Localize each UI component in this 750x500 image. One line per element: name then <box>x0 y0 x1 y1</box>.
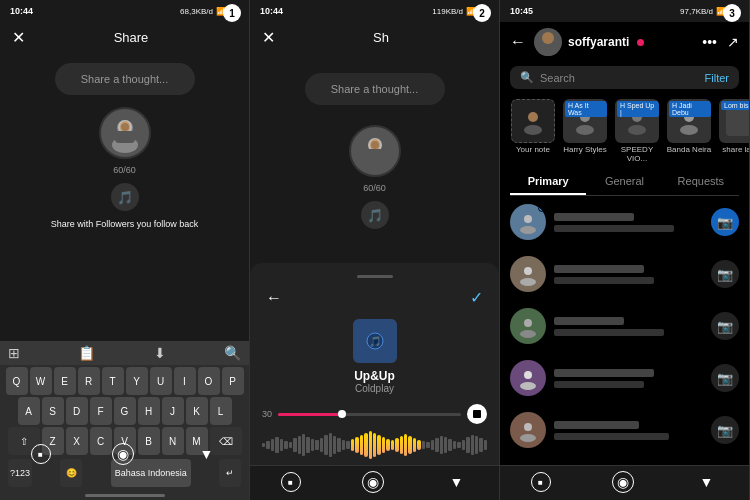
svg-point-32 <box>520 382 536 390</box>
key-p[interactable]: P <box>222 367 244 395</box>
dm-item-3[interactable]: 📷 <box>500 352 749 404</box>
panel-2: 10:44 119KB/d 📶 🔋 2 ✕ Sh Share a thought… <box>250 0 500 500</box>
waveform-bar-11 <box>311 439 314 451</box>
stories-row: Your note H As It Was Harry Styles H Spe… <box>500 93 749 169</box>
nav-stop-1[interactable]: ■ <box>31 444 51 464</box>
stop-button[interactable] <box>467 404 487 424</box>
confirm-btn[interactable]: ✓ <box>470 288 483 307</box>
nav-triangle-1[interactable]: ▼ <box>195 442 219 466</box>
waveform-bar-4 <box>280 439 283 451</box>
panel-1: 10:44 68,3KB/d 📶 🔋 1 ✕ Share Share a tho… <box>0 0 250 500</box>
story-item-1[interactable]: H As It Was Harry Styles <box>562 99 608 163</box>
key-g[interactable]: G <box>114 397 136 425</box>
key-i[interactable]: I <box>174 367 196 395</box>
kb-emoji-icon[interactable]: ⊞ <box>8 345 20 361</box>
nav-triangle-2[interactable]: ▼ <box>445 470 469 494</box>
dm-preview-0 <box>554 225 674 232</box>
waveform-bar-35 <box>417 440 420 450</box>
key-f[interactable]: F <box>90 397 112 425</box>
close-button-1[interactable]: ✕ <box>12 28 25 47</box>
waveform-bar-36 <box>422 441 425 449</box>
profile-name: soffyaranti <box>568 35 629 49</box>
tab-primary[interactable]: Primary <box>510 169 586 195</box>
music-picker-header: ← ✓ <box>262 288 487 307</box>
nav-bar-3: ■ ◉ ▼ <box>500 465 749 500</box>
dm-camera-2[interactable]: 📷 <box>711 312 739 340</box>
status-bar-3: 10:45 97,7KB/d 📶 🔋 <box>500 0 749 22</box>
status-time-2: 10:44 <box>260 6 283 16</box>
key-q[interactable]: Q <box>6 367 28 395</box>
music-note-1[interactable]: 🎵 <box>111 183 139 211</box>
dm-camera-4[interactable]: 📷 <box>711 416 739 444</box>
key-o[interactable]: O <box>198 367 220 395</box>
key-k[interactable]: K <box>186 397 208 425</box>
header-actions: ••• ↗ <box>702 34 739 50</box>
thought-bubble-2[interactable]: Share a thought... <box>305 73 445 105</box>
story-item-3[interactable]: H Jadi Debu Banda Neira <box>666 99 712 163</box>
waveform-bar-5 <box>284 441 287 449</box>
key-a[interactable]: A <box>18 397 40 425</box>
key-w[interactable]: W <box>30 367 52 395</box>
dm-item-1[interactable]: 📷 <box>500 248 749 300</box>
dm-camera-0[interactable]: 📷 <box>711 208 739 236</box>
kb-download-icon[interactable]: ⬇ <box>154 345 166 361</box>
back-button-3[interactable]: ← <box>510 33 526 51</box>
dm-camera-1[interactable]: 📷 <box>711 260 739 288</box>
svg-point-27 <box>524 267 532 275</box>
dm-item-4[interactable]: 📷 <box>500 404 749 456</box>
panel2-header: ✕ Sh <box>250 22 499 53</box>
story-thumb-3: H Jadi Debu <box>667 99 711 143</box>
waveform-bar-8 <box>298 436 301 454</box>
close-button-2[interactable]: ✕ <box>262 28 275 47</box>
waveform-bar-1 <box>266 441 269 449</box>
tab-general[interactable]: General <box>586 169 662 195</box>
more-options-btn[interactable]: ••• <box>702 34 717 50</box>
nav-camera-2[interactable]: ◉ <box>362 471 384 493</box>
waveform-bar-3 <box>275 437 278 453</box>
nav-camera-3[interactable]: ◉ <box>612 471 634 493</box>
tab-requests[interactable]: Requests <box>663 169 739 195</box>
waveform-bar-13 <box>320 438 323 452</box>
nav-stop-3[interactable]: ■ <box>531 472 551 492</box>
nav-triangle-3[interactable]: ▼ <box>695 470 719 494</box>
key-r[interactable]: R <box>78 367 100 395</box>
filter-button[interactable]: Filter <box>705 72 729 84</box>
kb-search-icon[interactable]: 🔍 <box>224 345 241 361</box>
story-badge-1: H As It Was <box>565 101 607 117</box>
progress-time: 30 <box>262 409 272 419</box>
thought-bubble-1[interactable]: Share a thought... <box>55 63 195 95</box>
waveform[interactable] <box>262 430 487 460</box>
search-bar[interactable]: 🔍 Search Filter <box>510 66 739 89</box>
story-thumb-1: H As It Was <box>563 99 607 143</box>
svg-text:🎵: 🎵 <box>369 335 382 348</box>
key-t[interactable]: T <box>102 367 124 395</box>
key-s[interactable]: S <box>42 397 64 425</box>
kb-clipboard-icon[interactable]: 📋 <box>78 345 95 361</box>
kb-rows: Q W E R T Y U I O P A S D F G H J K L <box>0 365 249 491</box>
key-y[interactable]: Y <box>126 367 148 395</box>
back-arrow-btn[interactable]: ← <box>266 289 282 307</box>
waveform-bar-42 <box>448 439 451 451</box>
your-note-story[interactable]: Your note <box>510 99 556 163</box>
nav-camera-1[interactable]: ◉ <box>112 443 134 465</box>
story-item-2[interactable]: H Sped Up | SPEEDY VIO... <box>614 99 660 163</box>
dm-camera-3[interactable]: 📷 <box>711 364 739 392</box>
key-h[interactable]: H <box>138 397 160 425</box>
progress-track[interactable] <box>278 413 461 416</box>
dm-item-2[interactable]: 📷 <box>500 300 749 352</box>
svg-point-4 <box>121 123 129 131</box>
story-item-4[interactable]: Lom bisa share lagu <box>718 99 749 163</box>
waveform-bar-41 <box>444 437 447 453</box>
key-j[interactable]: J <box>162 397 184 425</box>
key-u[interactable]: U <box>150 367 172 395</box>
dm-item-0[interactable]: 📷 <box>500 196 749 248</box>
trending-btn[interactable]: ↗ <box>727 34 739 50</box>
music-note-2[interactable]: 🎵 <box>361 201 389 229</box>
story-label-4: share lagu <box>722 145 749 154</box>
key-e[interactable]: E <box>54 367 76 395</box>
nav-stop-2[interactable]: ■ <box>281 472 301 492</box>
waveform-bar-25 <box>373 433 376 457</box>
key-l[interactable]: L <box>210 397 232 425</box>
key-d[interactable]: D <box>66 397 88 425</box>
waveform-bar-50 <box>484 440 487 450</box>
